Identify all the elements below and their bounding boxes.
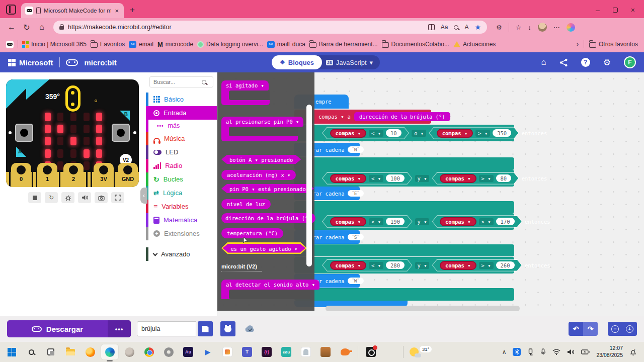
boolean-join-dropdown[interactable]: o ▾ [412,130,426,137]
stop-icon[interactable] [28,192,41,203]
variable-compas[interactable]: compas ▾ [440,261,476,270]
bookmark-barra-herramientas[interactable]: Barra de herramient... [309,41,378,48]
notifications-bell-icon[interactable]: z [629,348,637,356]
taskbar-clock[interactable]: 12:07 23/08/2025 [596,345,623,358]
pin-is-pressed-block[interactable]: pin P0 ▾ está presionado [221,184,314,193]
led-cell[interactable] [84,137,90,145]
led-cell[interactable] [57,137,63,145]
collapse-simulator-handle[interactable]: ‹ [140,188,147,204]
screenshot-icon[interactable] [95,192,108,203]
browser-profile-avatar[interactable] [538,23,547,32]
bookmark-microcode[interactable]: Mmicrocode [157,41,193,48]
button-pressed-block[interactable]: botón A ▾ presionado [221,155,301,164]
refresh-icon[interactable]: ↻ [21,23,32,32]
save-button[interactable] [198,321,213,336]
task-view-icon[interactable] [42,344,59,359]
acceleration-block[interactable]: aceleración (mg) x ▾ [221,170,296,180]
toolbox-search[interactable] [149,76,213,87]
comparison-block[interactable]: compas ▾> ▾350 [429,127,519,139]
operator-dropdown[interactable]: > ▾ [479,175,494,182]
category-bucles[interactable]: ↻Bucles [146,172,217,186]
github-button[interactable] [220,321,235,336]
led-cell[interactable] [96,149,102,158]
browser-menu-icon[interactable]: ⋯ [553,24,560,31]
chrome-icon[interactable] [140,344,157,359]
volume-icon[interactable] [567,349,575,355]
number-field[interactable]: 80 [496,174,512,182]
tab-actions-icon[interactable] [6,5,16,15]
edu-app-icon[interactable]: edu [278,344,295,359]
bookmark-maileduca[interactable]: ✉mailEduca [267,41,305,48]
string-field[interactable]: S [348,234,364,240]
led-cell[interactable] [84,125,90,133]
microbit-logo-button[interactable] [65,85,80,112]
tray-chevron-up-icon[interactable]: ∧ [502,348,507,355]
set-variable-block[interactable]: compas ▾a dirección de la brújula (°) [294,110,431,124]
variable-compas[interactable]: compas ▾ [440,217,476,226]
boolean-join-dropdown[interactable]: y ▾ [415,262,430,269]
if-block-bottom[interactable] [294,157,514,170]
variable-compas[interactable]: compas ▾ [330,217,367,226]
led-cell[interactable] [57,161,63,170]
browser-tab[interactable]: Microsoft MakeCode for mic × [21,3,124,18]
search-input[interactable] [153,79,199,85]
edge-icon-active[interactable] [101,344,118,359]
flyout-scrollbar[interactable] [306,105,312,266]
led-cell[interactable] [45,137,51,145]
microbit-bookmark-icon[interactable] [6,41,14,48]
led-cell[interactable] [57,125,63,133]
bookmarks-overflow-icon[interactable]: › [577,41,579,48]
share-icon[interactable] [559,58,568,67]
boolean-join-dropdown[interactable]: y ▾ [415,175,430,182]
fullscreen-icon[interactable] [111,192,124,203]
category-entrada-selected[interactable]: Entrada [146,106,217,120]
comparison-block[interactable]: compas ▾< ▾10 [322,127,409,139]
downloads-icon[interactable]: ↓ [528,24,531,31]
microphone-icon[interactable] [540,348,546,355]
variable-compas[interactable]: compas ▾ [330,174,367,183]
bookmark-otros-favoritos[interactable]: Otros favoritos [589,41,638,48]
bookmark-email[interactable]: ✉email [129,41,153,48]
read-aloud-icon[interactable]: A [464,24,468,31]
bookmark-documentos-colabo[interactable]: DocumentosColabo... [382,41,449,48]
comparison-block[interactable]: compas ▾< ▾280 [322,259,413,272]
boolean-join-dropdown[interactable]: y ▾ [415,218,430,225]
led-cell[interactable] [70,125,76,133]
compass-heading-block[interactable]: dirección de la brújula (°) [221,213,315,223]
bookmark-inicio-microsoft365[interactable]: Inicio | Microsoft 365 [22,41,87,48]
button-a[interactable] [15,124,33,142]
operator-dropdown[interactable]: < ▾ [369,262,383,269]
split-screen-icon[interactable] [428,24,435,30]
bookmark-actuaciones[interactable]: Actuaciones [453,41,496,48]
number-field[interactable]: 190 [386,218,405,225]
temperature-block[interactable]: temperatura (°C) [221,228,283,238]
bookmark-data-logging[interactable]: Data logging overvi... [197,41,263,48]
led-cell[interactable] [96,113,102,121]
variable-compas[interactable]: compas ▾ [330,129,367,138]
if-block-bottom[interactable] [294,244,514,256]
sound-icon[interactable] [78,192,91,203]
pin-3v[interactable]: 3V [94,163,114,187]
start-button[interactable] [3,344,20,359]
operator-dropdown[interactable]: < ▾ [369,130,383,137]
light-level-block[interactable]: nivel de luz [221,199,271,209]
variable-compas[interactable]: compas ▾ [440,174,476,183]
pin-1[interactable]: 1 [37,163,57,187]
audition-icon[interactable]: Au [180,344,197,359]
window-close-button[interactable]: × [631,6,635,14]
led-cell[interactable] [70,149,76,158]
browser-home-icon[interactable]: ⌂ [36,23,47,32]
media-player-icon[interactable]: ▶ [199,344,216,359]
led-cell[interactable] [84,161,90,170]
restart-icon[interactable]: ↻ [45,192,58,203]
operator-dropdown[interactable]: > ▾ [479,262,494,269]
on-loud-sound-block[interactable]: al detectar el sonido alto ▾ [221,280,310,299]
copilot-icon[interactable] [567,23,575,32]
window-minimize-button[interactable]: – [596,6,600,14]
led-cell[interactable] [45,125,51,133]
number-field[interactable]: 170 [496,218,515,225]
zoom-in-button[interactable]: + [622,322,637,336]
file-explorer-icon[interactable] [62,344,79,359]
variable-compas[interactable]: compas ▾ [437,129,473,138]
taskbar-search-icon[interactable] [23,344,40,359]
